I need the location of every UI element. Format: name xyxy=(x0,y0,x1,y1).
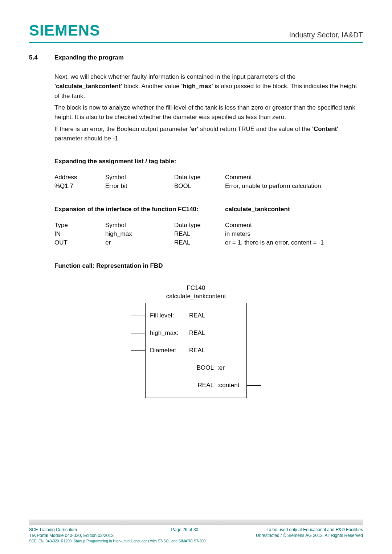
expansion-row: IN high_max REAL in meters xyxy=(54,230,363,238)
tag-table-heading: Expanding the assignment list / tag tabl… xyxy=(54,158,363,165)
fbd-output-type: BOOL xyxy=(197,364,217,372)
fbd-input-row: high_max: REAL xyxy=(146,324,246,342)
td-symbol2: high_max xyxy=(105,230,174,238)
th-datatype: Data type xyxy=(174,174,225,181)
footer-row: SCE Training Curriculum TIA Portal Modul… xyxy=(29,527,363,538)
fbd-output-type: REAL xyxy=(198,382,217,389)
pin-left-icon xyxy=(131,350,146,351)
fbd-box: Fill level: REAL high_max: REAL Diameter… xyxy=(145,303,247,398)
fbd-output-row: BOOL :er xyxy=(146,359,246,377)
intro-p1a: Next, we will check whether faulty infor… xyxy=(54,73,295,80)
td-type: IN xyxy=(54,230,105,238)
intro-p3b: 'er' xyxy=(189,126,198,132)
fbd-input-label: Diameter: xyxy=(146,347,189,354)
footer-right-line1: To be used only at Educational and R&D F… xyxy=(256,527,363,533)
td-symbol2: er xyxy=(105,239,174,246)
footer-left-line2: TIA Portal Module 040-020, Edition 03/20… xyxy=(29,533,114,538)
td-address: %Q1.7 xyxy=(54,182,105,190)
function-call-heading: Function call: Representation in FBD xyxy=(54,262,363,270)
tag-table-header-row: Address Symbol Data type Comment xyxy=(54,174,363,181)
th-symbol: Symbol xyxy=(105,174,174,181)
expansion-heading-left: Expansion of the interface of the functi… xyxy=(54,206,225,213)
td-type: OUT xyxy=(54,239,105,246)
footer-sub-line: SCE_EN_040-020_R1209_Startup Programming… xyxy=(29,539,363,543)
td-comment: Error, unable to perform calculation xyxy=(225,182,363,190)
td-datatype2: REAL xyxy=(174,230,225,238)
expansion-heading-right: calculate_tankcontent xyxy=(225,206,290,213)
pin-left-icon xyxy=(131,316,146,316)
footer-left: SCE Training Curriculum TIA Portal Modul… xyxy=(29,527,114,538)
pin-right-icon xyxy=(246,385,261,386)
industry-sector-text: Industry Sector, IA&DT xyxy=(289,31,363,39)
th-type: Type xyxy=(54,222,105,229)
intro-p3e: parameter should be -1. xyxy=(54,135,120,142)
tag-table-row: %Q1.7 Error bit BOOL Error, unable to pe… xyxy=(54,182,363,190)
intro-p2: The block is now to analyze whether the … xyxy=(54,103,363,122)
header-rule xyxy=(29,42,363,43)
intro-p3a: If there is an error, the Boolean output… xyxy=(54,126,189,132)
expansion-row: OUT er REAL er = 1, there is an error, c… xyxy=(54,239,363,246)
pin-right-icon xyxy=(246,368,261,368)
fbd-input-label: high_max: xyxy=(146,329,189,337)
td-datatype: BOOL xyxy=(174,182,225,190)
intro-p3d: 'Content' xyxy=(312,126,338,132)
fbd-input-label: Fill level: xyxy=(146,312,189,319)
section-number: 5.4 xyxy=(29,54,54,61)
intro-p1c: block. Another value xyxy=(122,83,181,90)
intro-p3: If there is an error, the Boolean output… xyxy=(54,124,363,144)
fbd-input-row: Fill level: REAL xyxy=(146,307,246,324)
fbd-input-type: REAL xyxy=(189,347,218,354)
fbd-title-line1: FC140 xyxy=(131,284,261,292)
th-datatype2: Data type xyxy=(174,222,225,229)
footer-right: To be used only at Educational and R&D F… xyxy=(256,527,363,538)
th-comment2: Comment xyxy=(225,222,363,229)
footer-right-line2: Unrestricted / © Siemens AG 2013. All Ri… xyxy=(256,533,363,538)
fbd-title-line2: calculate_tankcontent xyxy=(131,292,261,301)
header: SIEMENS Industry Sector, IA&DT xyxy=(29,22,363,41)
intro-p3c: should return TRUE and the value of the xyxy=(199,126,312,132)
td-comment2: er = 1, there is an error, content = -1 xyxy=(225,239,363,246)
fbd-input-row: Diameter: REAL xyxy=(146,342,246,359)
page: SIEMENS Industry Sector, IA&DT 5.4 Expan… xyxy=(0,0,392,554)
section-title: Expanding the program xyxy=(54,54,124,61)
intro-paragraphs: Next, we will check whether faulty infor… xyxy=(54,72,363,143)
th-symbol2: Symbol xyxy=(105,222,174,229)
fbd-title: FC140 calculate_tankcontent xyxy=(131,284,261,301)
tag-table: Address Symbol Data type Comment %Q1.7 E… xyxy=(54,174,363,190)
footer-left-line1: SCE Training Curriculum xyxy=(29,527,114,533)
footer-bar xyxy=(29,520,363,525)
fbd-output-name: :content xyxy=(217,382,246,389)
th-comment: Comment xyxy=(225,174,363,181)
siemens-logo: SIEMENS xyxy=(29,22,100,39)
intro-p1: Next, we will check whether faulty infor… xyxy=(54,72,363,101)
section-heading: 5.4 Expanding the program xyxy=(29,54,363,61)
fbd-output-name: :er xyxy=(217,364,246,372)
page-footer: SCE Training Curriculum TIA Portal Modul… xyxy=(0,520,392,543)
expansion-header-row: Type Symbol Data type Comment xyxy=(54,222,363,229)
fbd-output-row: REAL :content xyxy=(146,377,246,394)
fbd-input-type: REAL xyxy=(189,312,218,319)
footer-page-number: Page 26 of 30 xyxy=(171,527,199,538)
fbd-wrap: FC140 calculate_tankcontent Fill level: … xyxy=(29,284,363,398)
expansion-heading: Expansion of the interface of the functi… xyxy=(54,206,363,213)
intro-p1d: 'high_max' xyxy=(181,83,213,90)
fbd-block: FC140 calculate_tankcontent Fill level: … xyxy=(131,284,261,398)
td-symbol: Error bit xyxy=(105,182,174,190)
pin-left-icon xyxy=(131,333,146,333)
th-address: Address xyxy=(54,174,105,181)
intro-p1b: 'calculate_tankcontent' xyxy=(54,83,122,90)
fbd-input-type: REAL xyxy=(189,329,218,337)
td-comment2: in meters xyxy=(225,230,363,238)
td-datatype2: REAL xyxy=(174,239,225,246)
expansion-table: Type Symbol Data type Comment IN high_ma… xyxy=(54,222,363,246)
